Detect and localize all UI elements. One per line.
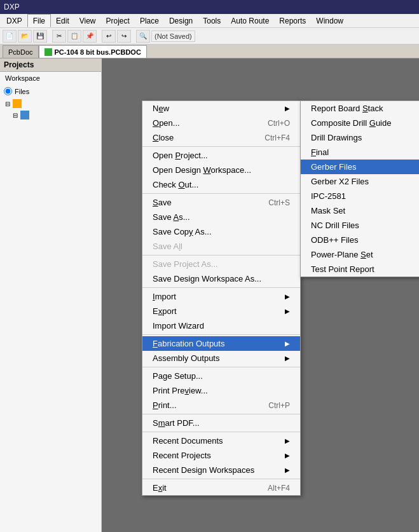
toolbar-new[interactable]: 📄 <box>3 30 17 43</box>
sep-4 <box>142 287 300 288</box>
toolbar-cut[interactable]: ✂ <box>52 30 66 43</box>
menu-item-exit[interactable]: Exit Alt+F4 <box>142 481 300 495</box>
tree-root[interactable]: ⊟ <box>0 98 101 109</box>
tree-sub[interactable]: ⊟ <box>0 109 101 121</box>
menu-bar: DXP File Edit View Project Place Design … <box>0 14 419 28</box>
sep-2 <box>142 193 300 194</box>
fab-menu-ipc2581[interactable]: IPC-2581 <box>301 189 419 203</box>
files-radio-row: Files <box>0 85 101 98</box>
menu-reports[interactable]: Reports <box>274 14 311 27</box>
menu-item-save-all: Save All <box>142 239 300 254</box>
tab-bar: PcbDoc PC-104 8 bit bus.PCBDOC <box>0 44 419 58</box>
toolbar-copy[interactable]: 📋 <box>67 30 81 43</box>
menu-view[interactable]: View <box>74 14 101 27</box>
files-label: Files <box>15 88 29 95</box>
tab-pcbdoc-label: PcbDoc <box>8 48 33 56</box>
tree-file-icon <box>20 111 29 119</box>
tab-pc104-icon <box>45 48 52 56</box>
fab-menu-drill-drawings[interactable]: Drill Drawings <box>301 130 419 145</box>
menu-item-open-project[interactable]: Open Project... <box>142 148 300 163</box>
sep-1 <box>142 146 300 147</box>
fab-menu-nc-drill[interactable]: NC Drill Files <box>301 218 419 233</box>
menu-edit[interactable]: Edit <box>51 14 74 27</box>
fab-menu-test-point[interactable]: Test Point Report <box>301 262 419 276</box>
toolbar-paste[interactable]: 📌 <box>83 30 97 43</box>
menu-item-save-copy-as[interactable]: Save Copy As... <box>142 224 300 239</box>
fab-menu-mask-set[interactable]: Mask Set <box>301 203 419 218</box>
menu-item-print-preview[interactable]: Print Preview... <box>142 383 300 398</box>
workspace-label: Workspace <box>5 74 40 82</box>
menu-file[interactable]: File <box>27 14 51 27</box>
workspace-section[interactable]: Workspace <box>0 72 101 85</box>
menu-item-check-out[interactable]: Check Out... <box>142 177 300 192</box>
menu-item-open[interactable]: Open... Ctrl+O <box>142 116 300 130</box>
menu-item-new[interactable]: New ▶ <box>142 101 300 116</box>
menu-item-open-workspace[interactable]: Open Design Workspace... <box>142 163 300 177</box>
fab-menu-final[interactable]: Final <box>301 145 419 160</box>
sep-7 <box>142 414 300 414</box>
menu-autoroute[interactable]: Auto Route <box>226 14 274 27</box>
menu-item-fab-outputs[interactable]: Fabrication Outputs ▶ <box>142 336 300 351</box>
fab-submenu: Report Board Stack Composite Drill Guide… <box>300 100 419 277</box>
toolbar-open[interactable]: 📂 <box>18 30 32 43</box>
tree-folder-icon <box>13 99 22 108</box>
menu-item-save-project-as: Save Project As... <box>142 257 300 271</box>
sep-9 <box>142 479 300 479</box>
menu-place[interactable]: Place <box>135 14 164 27</box>
file-menu: New ▶ Open... Ctrl+O Close Ctrl+F4 Open … <box>142 100 301 496</box>
fab-menu-gerber-x2[interactable]: Gerber X2 Files <box>301 174 419 189</box>
menu-dxp[interactable]: DXP <box>1 14 27 27</box>
menu-item-recent-docs[interactable]: Recent Documents ▶ <box>142 433 300 448</box>
fab-menu-composite-drill[interactable]: Composite Drill Guide <box>301 116 419 130</box>
title-bar: DXP <box>0 0 419 14</box>
sep-3 <box>142 255 300 256</box>
menu-item-recent-projects[interactable]: Recent Projects ▶ <box>142 448 300 463</box>
menu-item-page-setup[interactable]: Page Setup... <box>142 369 300 383</box>
menu-item-export[interactable]: Export ▶ <box>142 304 300 318</box>
tab-pcbdoc[interactable]: PcbDoc <box>3 45 39 58</box>
content-area: New ▶ Open... Ctrl+O Close Ctrl+F4 Open … <box>102 58 419 532</box>
panel-header: Projects <box>0 58 101 72</box>
fab-menu-odb[interactable]: ODB++ Files <box>301 233 419 247</box>
menu-item-import-wizard[interactable]: Import Wizard <box>142 318 300 333</box>
menu-item-smart-pdf[interactable]: Smart PDF... <box>142 416 300 430</box>
sep-6 <box>142 367 300 367</box>
menu-item-print[interactable]: Print... Ctrl+P <box>142 398 300 413</box>
toolbar: 📄 📂 💾 ✂ 📋 📌 ↩ ↪ 🔍 (Not Saved) <box>0 28 419 44</box>
files-radio[interactable] <box>4 87 12 95</box>
left-panel: Projects Workspace Files ⊟ ⊟ <box>0 58 102 532</box>
app-title: DXP <box>4 3 20 11</box>
menu-tools[interactable]: Tools <box>198 14 226 27</box>
menu-item-save-workspace-as[interactable]: Save Design Workspace As... <box>142 271 300 286</box>
main-area: Projects Workspace Files ⊟ ⊟ New ▶ Open.… <box>0 58 419 532</box>
fab-menu-gerber-files[interactable]: Gerber Files <box>301 160 419 174</box>
toolbar-redo[interactable]: ↪ <box>117 30 131 43</box>
menu-item-assembly-outputs[interactable]: Assembly Outputs ▶ <box>142 351 300 365</box>
sep-5 <box>142 334 300 335</box>
menu-project[interactable]: Project <box>101 14 135 27</box>
tab-pc104[interactable]: PC-104 8 bit bus.PCBDOC <box>39 45 147 58</box>
menu-item-close[interactable]: Close Ctrl+F4 <box>142 130 300 145</box>
menu-design[interactable]: Design <box>164 14 198 27</box>
menu-item-save[interactable]: Save Ctrl+S <box>142 195 300 210</box>
fab-menu-report-board-stack[interactable]: Report Board Stack <box>301 101 419 116</box>
tab-pc104-label: PC-104 8 bit bus.PCBDOC <box>55 48 141 56</box>
menu-window[interactable]: Window <box>311 14 348 27</box>
menu-item-recent-workspaces[interactable]: Recent Design Workspaces ▶ <box>142 463 300 477</box>
menu-item-import[interactable]: Import ▶ <box>142 289 300 304</box>
sep-8 <box>142 432 300 432</box>
toolbar-save[interactable]: 💾 <box>33 30 47 43</box>
toolbar-undo[interactable]: ↩ <box>102 30 116 43</box>
menu-item-save-as[interactable]: Save As... <box>142 210 300 224</box>
toolbar-zoom[interactable]: 🔍 <box>136 30 150 43</box>
fab-menu-power-plane[interactable]: Power-Plane Set <box>301 247 419 262</box>
toolbar-not-saved: (Not Saved) <box>151 31 195 42</box>
